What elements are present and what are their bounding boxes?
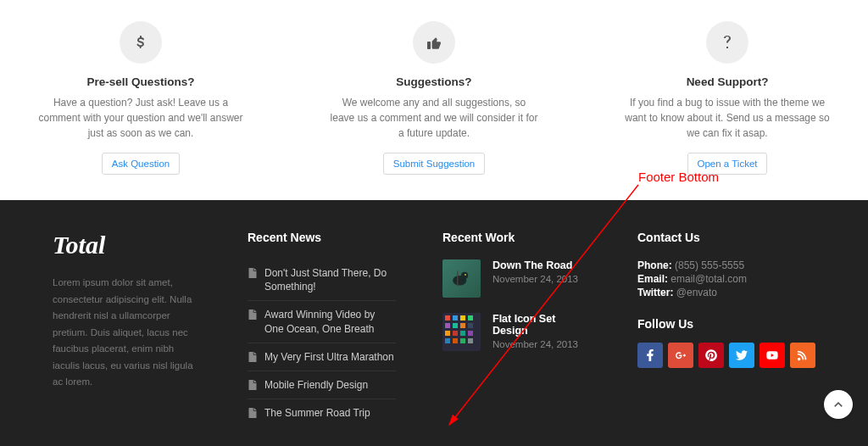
rss-icon[interactable] xyxy=(790,343,815,368)
follow-heading: Follow Us xyxy=(637,317,815,331)
social-links xyxy=(637,343,815,368)
svg-rect-15 xyxy=(460,331,465,336)
svg-rect-16 xyxy=(468,331,473,336)
footer-work: Recent Work Down The RoadNovember 24, 20… xyxy=(442,231,591,426)
work-thumb-bird xyxy=(442,259,481,298)
work-date: November 24, 2013 xyxy=(492,274,578,284)
news-item[interactable]: The Summer Road Trip xyxy=(248,399,396,426)
work-item[interactable]: Flat Icon Set DesignNovember 24, 2013 xyxy=(442,313,591,351)
news-item[interactable]: My Very First Ultra Marathon xyxy=(248,343,396,371)
about-text: Lorem ipsum dolor sit amet, consectetur … xyxy=(53,275,201,391)
news-heading: Recent News xyxy=(248,231,396,244)
svg-rect-11 xyxy=(460,323,465,328)
scroll-top-button[interactable] xyxy=(824,390,853,419)
footer-contact: Contact Us Phone: (855) 555-5555 Email: … xyxy=(637,231,815,426)
svg-rect-13 xyxy=(445,331,450,336)
contact-phone: Phone: (855) 555-5555 xyxy=(637,259,815,271)
question-icon xyxy=(706,21,748,64)
svg-rect-7 xyxy=(460,315,465,321)
footer-about: Total Lorem ipsum dolor sit amet, consec… xyxy=(53,231,201,426)
svg-rect-20 xyxy=(468,338,473,343)
svg-rect-19 xyxy=(460,338,465,343)
svg-point-2 xyxy=(461,272,468,279)
dollar-icon xyxy=(120,21,162,64)
work-heading: Recent Work xyxy=(442,231,591,244)
feature-support: Need Support? If you find a bug to issue… xyxy=(623,21,832,175)
footer-news: Recent News Don't Just Stand There, Do S… xyxy=(248,231,396,426)
news-item[interactable]: Award Winning Video by One Ocean, One Br… xyxy=(248,301,396,343)
pinterest-icon[interactable] xyxy=(698,343,724,368)
feature-desc: Have a question? Just ask! Leave us a co… xyxy=(36,95,245,141)
contact-heading: Contact Us xyxy=(637,231,815,244)
svg-rect-10 xyxy=(453,323,458,328)
work-date: November 24, 2013 xyxy=(492,339,591,349)
footer: Total Lorem ipsum dolor sit amet, consec… xyxy=(0,200,868,446)
file-icon xyxy=(248,268,258,278)
ask-question-button[interactable]: Ask Question xyxy=(102,153,180,175)
youtube-icon[interactable] xyxy=(760,343,785,368)
svg-rect-17 xyxy=(445,338,450,343)
work-title: Flat Icon Set Design xyxy=(492,313,591,337)
work-title: Down The Road xyxy=(492,259,578,271)
svg-rect-9 xyxy=(445,323,450,328)
svg-rect-5 xyxy=(445,315,450,321)
svg-rect-14 xyxy=(453,331,458,336)
file-icon xyxy=(248,408,258,418)
feature-presell: Pre-sell Questions? Have a question? Jus… xyxy=(36,21,245,175)
news-item[interactable]: Don't Just Stand There, Do Something! xyxy=(248,259,396,301)
feature-title: Need Support? xyxy=(623,75,832,88)
svg-point-3 xyxy=(465,274,466,276)
contact-email: Email: email@total.com xyxy=(637,273,815,285)
thumbs-up-icon xyxy=(413,21,455,64)
svg-rect-4 xyxy=(457,271,458,287)
work-item[interactable]: Down The RoadNovember 24, 2013 xyxy=(442,259,591,298)
chevron-up-icon xyxy=(833,399,843,410)
contact-twitter: Twitter: @envato xyxy=(637,287,815,298)
feature-desc: If you find a bug to issue with the them… xyxy=(623,95,832,141)
svg-rect-6 xyxy=(453,315,458,321)
news-item[interactable]: Mobile Friendly Design xyxy=(248,371,396,399)
annotation-label: Footer Bottom xyxy=(638,170,719,184)
file-icon xyxy=(248,309,258,320)
submit-suggestion-button[interactable]: Submit Suggestion xyxy=(383,153,486,175)
file-icon xyxy=(248,352,258,362)
work-thumb-icons xyxy=(442,313,481,351)
feature-row: Pre-sell Questions? Have a question? Jus… xyxy=(0,0,868,200)
feature-desc: We welcome any and all suggestions, so l… xyxy=(330,95,538,141)
svg-rect-18 xyxy=(453,338,458,343)
feature-suggestions: Suggestions? We welcome any and all sugg… xyxy=(330,21,538,175)
facebook-icon[interactable] xyxy=(637,343,663,368)
google-plus-icon[interactable] xyxy=(668,343,693,368)
brand-logo: Total xyxy=(53,231,201,259)
feature-title: Pre-sell Questions? xyxy=(36,75,245,88)
feature-title: Suggestions? xyxy=(330,75,538,88)
twitter-icon[interactable] xyxy=(729,343,754,368)
svg-rect-12 xyxy=(468,323,473,328)
file-icon xyxy=(248,380,258,390)
svg-rect-8 xyxy=(468,315,473,321)
